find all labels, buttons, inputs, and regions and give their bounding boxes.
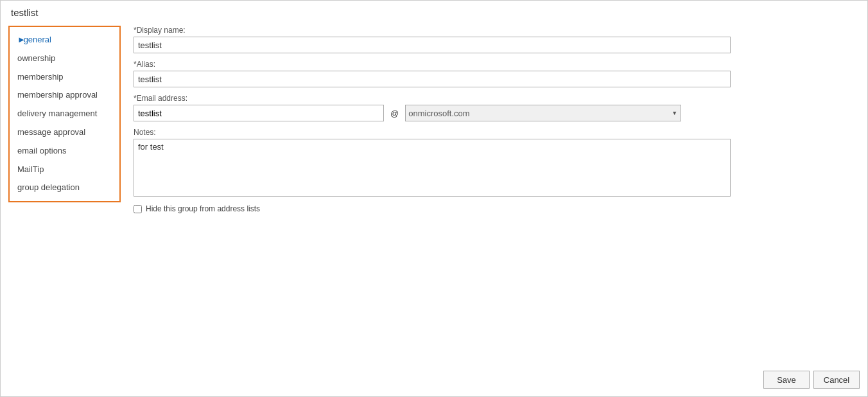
display-name-input[interactable] — [134, 37, 731, 53]
sidebar-item-delivery-management[interactable]: delivery management — [10, 105, 119, 123]
at-symbol: @ — [390, 109, 399, 118]
alias-input[interactable] — [134, 71, 731, 87]
hide-checkbox-label: Hide this group from address lists — [146, 204, 260, 213]
notes-group: Notes: for test — [134, 128, 847, 197]
form-area: *Display name: *Alias: *Email address: @… — [121, 26, 860, 390]
cancel-button[interactable]: Cancel — [813, 371, 860, 389]
sidebar-item-group-delegation[interactable]: group delegation — [10, 179, 119, 197]
footer-buttons: Save Cancel — [763, 371, 860, 389]
sidebar: ► general ownership membership membershi… — [8, 26, 121, 202]
email-group: *Email address: @ onmicrosoft.com — [134, 94, 847, 121]
main-window: testlist ► general ownership membership … — [0, 0, 868, 397]
display-name-label: *Display name: — [134, 26, 847, 35]
active-indicator-icon: ► — [17, 33, 21, 47]
sidebar-item-membership[interactable]: membership — [10, 68, 119, 87]
sidebar-item-message-approval[interactable]: message approval — [10, 123, 119, 142]
sidebar-item-email-options[interactable]: email options — [10, 142, 119, 161]
main-content: ► general ownership membership membershi… — [8, 26, 860, 390]
hide-checkbox[interactable] — [134, 205, 142, 213]
domain-select-wrapper: onmicrosoft.com — [405, 105, 681, 121]
sidebar-item-mailtip[interactable]: MailTip — [10, 161, 119, 179]
sidebar-item-ownership[interactable]: ownership — [10, 49, 119, 68]
alias-group: *Alias: — [134, 60, 847, 87]
alias-label: *Alias: — [134, 60, 847, 69]
email-local-input[interactable] — [134, 105, 384, 121]
sidebar-item-membership-approval[interactable]: membership approval — [10, 86, 119, 105]
notes-textarea[interactable]: for test — [134, 139, 731, 197]
notes-label: Notes: — [134, 128, 847, 137]
display-name-group: *Display name: — [134, 26, 847, 53]
email-label: *Email address: — [134, 94, 847, 103]
hide-checkbox-row: Hide this group from address lists — [134, 204, 847, 213]
email-row: @ onmicrosoft.com — [134, 105, 847, 121]
sidebar-item-general[interactable]: ► general — [10, 31, 119, 49]
page-title: testlist — [8, 7, 860, 18]
domain-select[interactable]: onmicrosoft.com — [405, 105, 681, 121]
save-button[interactable]: Save — [763, 371, 810, 389]
